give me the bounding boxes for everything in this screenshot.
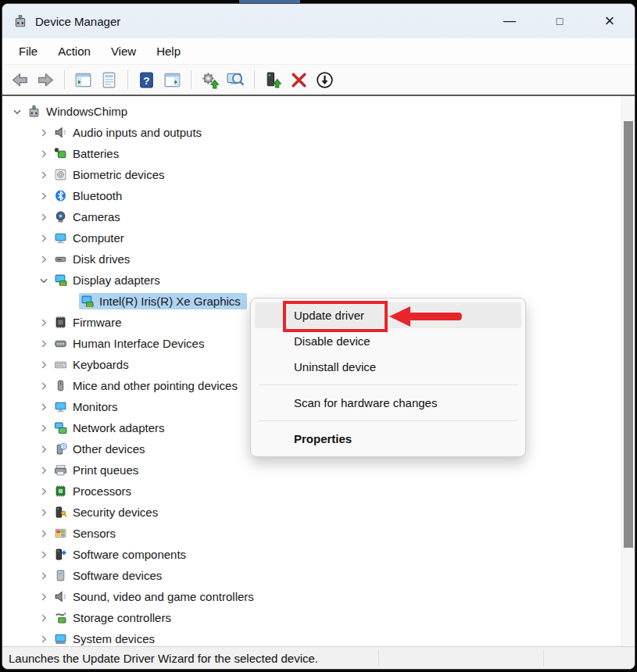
tree-item-core[interactable]: Audio inputs and outputs — [52, 124, 208, 141]
tree-item-sensors[interactable]: Sensors — [2, 523, 621, 544]
chevron-right-icon[interactable] — [35, 527, 52, 540]
chevron-right-icon[interactable] — [35, 485, 52, 498]
tree-item-core[interactable]: Sensors — [52, 525, 122, 542]
tree-item-core[interactable]: Display adapters — [52, 272, 166, 288]
chevron-right-icon[interactable] — [35, 359, 52, 371]
menu-help[interactable]: Help — [146, 41, 191, 62]
tree-item-computer[interactable]: Computer — [2, 227, 621, 248]
chevron-right-icon[interactable] — [35, 380, 52, 392]
tree-item-core[interactable]: Processors — [52, 483, 138, 499]
chevron-right-icon[interactable] — [35, 232, 52, 245]
chevron-right-icon[interactable] — [35, 549, 52, 561]
properties-doc-toolbar-button[interactable] — [96, 67, 122, 92]
uninstall-device-toolbar-button[interactable] — [286, 67, 312, 92]
context-menu-item-uninstall-device[interactable]: Uninstall device — [255, 354, 521, 380]
tree-item-core[interactable]: Batteries — [52, 145, 125, 162]
help-toolbar-button[interactable]: ? — [134, 67, 159, 92]
tree-item-core[interactable]: ?Other devices — [52, 441, 152, 457]
tree-item-audio-inputs-and-outputs[interactable]: Audio inputs and outputs — [2, 122, 621, 143]
chevron-right-icon[interactable] — [35, 190, 52, 202]
software-device-icon — [54, 569, 67, 582]
tree-item-print-queues[interactable]: Print queues — [2, 459, 621, 481]
tree-item-sound-video-and-game-controllers[interactable]: Sound, video and game controllers — [2, 586, 621, 607]
tree-item-core[interactable]: Monitors — [52, 399, 124, 415]
chevron-right-icon[interactable] — [35, 148, 52, 160]
menu-file[interactable]: File — [9, 41, 48, 62]
scrollbar-thumb[interactable] — [624, 121, 633, 548]
tree-item-processors[interactable]: Processors — [2, 481, 621, 502]
tree-item-bluetooth[interactable]: Bluetooth — [2, 185, 621, 206]
tree-item-core[interactable]: Disk drives — [52, 251, 136, 267]
show-console-tree-toolbar-button[interactable] — [70, 67, 96, 92]
tree-item-core[interactable]: Cameras — [52, 209, 127, 225]
chevron-right-icon[interactable] — [35, 401, 52, 413]
tree-item-windowschimp[interactable]: WindowsChimp — [2, 101, 621, 122]
chevron-down-icon[interactable] — [9, 105, 26, 118]
context-menu-item-properties[interactable]: Properties — [255, 426, 521, 452]
tree-item-core[interactable]: System devices — [52, 631, 161, 646]
vertical-scrollbar[interactable] — [621, 96, 635, 646]
update-driver-software-toolbar-button[interactable] — [197, 67, 223, 92]
tree-item-software-components[interactable]: Software components — [2, 544, 621, 565]
maximize-button[interactable]: □ — [535, 4, 585, 38]
tree-item-core[interactable]: Biometric devices — [52, 166, 171, 183]
context-menu-item-scan-for-hardware-changes[interactable]: Scan for hardware changes — [255, 390, 521, 416]
title-bar[interactable]: Device Manager — □ × — [2, 4, 635, 38]
close-button[interactable]: × — [585, 4, 635, 38]
chevron-right-icon[interactable] — [35, 570, 52, 582]
chevron-right-icon[interactable] — [35, 464, 52, 477]
tree-item-core[interactable]: Keyboards — [52, 356, 135, 373]
tree-item-core[interactable]: Software devices — [52, 567, 168, 584]
chevron-down-icon[interactable] — [35, 274, 52, 287]
tree-item-core[interactable]: Firmware — [52, 314, 128, 331]
context-menu-item-update-driver[interactable]: Update driver — [255, 302, 521, 328]
show-console-tree-icon — [73, 70, 93, 90]
tree-item-label: Intel(R) Iris(R) Xe Graphics — [99, 295, 241, 308]
chevron-right-icon[interactable] — [35, 422, 52, 434]
tree-item-core[interactable]: Intel(R) Iris(R) Xe Graphics — [79, 293, 247, 309]
scan-hardware-changes-toolbar-button[interactable] — [223, 67, 249, 92]
tree-item-security-devices[interactable]: Security devices — [2, 502, 621, 523]
tree-item-core[interactable]: Sound, video and game controllers — [52, 588, 260, 605]
tree-item-core[interactable]: Computer — [52, 230, 131, 246]
chevron-right-icon[interactable] — [35, 169, 52, 181]
chevron-right-icon[interactable] — [35, 127, 52, 139]
disable-device-toolbar-button[interactable] — [312, 67, 338, 92]
forward-toolbar-button[interactable] — [33, 67, 59, 92]
chevron-right-icon[interactable] — [35, 443, 52, 456]
update-driver-device-toolbar-button[interactable] — [260, 67, 286, 92]
chevron-right-icon[interactable] — [35, 211, 52, 223]
back-toolbar-button[interactable] — [7, 67, 33, 92]
menu-action[interactable]: Action — [48, 41, 101, 62]
tree-item-batteries[interactable]: Batteries — [2, 143, 621, 164]
properties-doc-icon — [99, 70, 119, 90]
tree-item-display-adapters[interactable]: Display adapters — [2, 270, 621, 291]
tree-item-core[interactable]: Security devices — [52, 504, 164, 520]
tree-item-core[interactable]: Bluetooth — [52, 188, 128, 204]
tree-item-core[interactable]: Software components — [52, 546, 192, 563]
tree-item-biometric-devices[interactable]: Biometric devices — [2, 164, 621, 185]
tree-item-core[interactable]: WindowsChimp — [26, 103, 134, 120]
tree-item-core[interactable]: Human Interface Devices — [52, 335, 210, 352]
tree-item-core[interactable]: Mice and other pointing devices — [52, 377, 244, 394]
tree-item-core[interactable]: Storage controllers — [52, 609, 177, 626]
tree-item-cameras[interactable]: Cameras — [2, 206, 621, 227]
tree-item-disk-drives[interactable]: Disk drives — [2, 248, 621, 270]
context-menu-item-disable-device[interactable]: Disable device — [255, 328, 521, 354]
chevron-right-icon[interactable] — [35, 591, 52, 603]
show-action-pane-toolbar-button[interactable] — [159, 67, 185, 92]
chevron-right-icon[interactable] — [35, 612, 52, 624]
chevron-right-icon[interactable] — [35, 633, 52, 645]
tree-item-label: Computer — [73, 231, 124, 245]
minimize-button[interactable]: — — [485, 4, 535, 38]
tree-item-software-devices[interactable]: Software devices — [2, 565, 621, 586]
chevron-right-icon[interactable] — [35, 316, 52, 329]
chevron-right-icon[interactable] — [35, 253, 52, 266]
tree-item-core[interactable]: Print queues — [52, 462, 145, 478]
menu-view[interactable]: View — [101, 41, 146, 62]
chevron-right-icon[interactable] — [35, 338, 52, 350]
tree-item-system-devices[interactable]: System devices — [2, 628, 621, 646]
tree-item-core[interactable]: Network adapters — [52, 420, 171, 436]
tree-item-storage-controllers[interactable]: Storage controllers — [2, 607, 621, 628]
chevron-right-icon[interactable] — [35, 506, 52, 519]
